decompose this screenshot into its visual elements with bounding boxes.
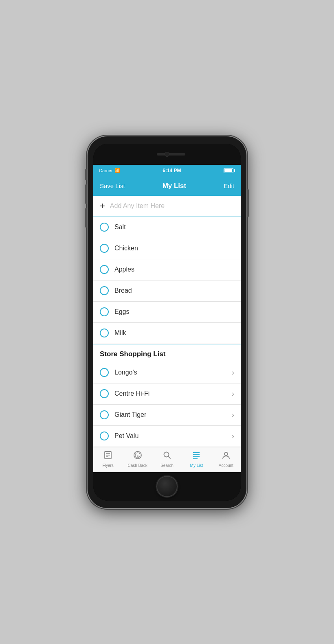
item-checkbox-apples[interactable] bbox=[100, 265, 109, 274]
item-label-milk: Milk bbox=[114, 329, 126, 337]
shopping-list: Salt Chicken Apples Bread Eggs bbox=[93, 217, 241, 344]
store-left-centrehifi: Centre Hi-Fi bbox=[100, 389, 149, 398]
store-item-centrehifi[interactable]: Centre Hi-Fi › bbox=[93, 383, 241, 405]
tab-search[interactable]: Search bbox=[152, 451, 182, 468]
list-item: Eggs bbox=[93, 302, 241, 323]
item-label-eggs: Eggs bbox=[114, 308, 129, 315]
tab-cashback[interactable]: $ Cash Back bbox=[123, 451, 152, 468]
add-item-row[interactable]: + Add Any Item Here bbox=[93, 196, 241, 217]
store-section-header: Store Shopping List bbox=[93, 344, 241, 362]
store-label-gianttiger: Giant Tiger bbox=[114, 411, 146, 418]
list-item: Chicken bbox=[93, 238, 241, 259]
save-list-button[interactable]: Save List bbox=[100, 182, 125, 189]
account-icon bbox=[222, 451, 231, 462]
item-checkbox-eggs[interactable] bbox=[100, 307, 109, 316]
home-button[interactable] bbox=[156, 476, 178, 497]
tab-bar: Flyers $ Cash Back bbox=[93, 447, 241, 472]
navigation-bar: Save List My List Edit bbox=[93, 176, 241, 196]
store-label-longos: Longo's bbox=[114, 369, 137, 376]
search-icon bbox=[163, 451, 171, 462]
store-left-petvalu: Pet Valu bbox=[100, 432, 138, 440]
item-checkbox-bread[interactable] bbox=[100, 286, 109, 295]
svg-line-8 bbox=[168, 456, 170, 458]
store-label-centrehifi: Centre Hi-Fi bbox=[114, 390, 149, 397]
list-item: Bread bbox=[93, 280, 241, 302]
mute-button[interactable] bbox=[85, 169, 87, 180]
item-checkbox-chicken[interactable] bbox=[100, 244, 109, 253]
carrier-label: Carrier bbox=[99, 168, 113, 173]
add-icon: + bbox=[100, 201, 105, 211]
tab-search-label: Search bbox=[160, 463, 174, 468]
top-bezel bbox=[93, 144, 241, 165]
store-label-petvalu: Pet Valu bbox=[114, 432, 138, 440]
mylist-icon bbox=[192, 451, 201, 462]
store-left-gianttiger: Giant Tiger bbox=[100, 410, 146, 419]
cashback-icon: $ bbox=[133, 451, 142, 462]
item-label-bread: Bread bbox=[114, 287, 132, 294]
store-checkbox-petvalu[interactable] bbox=[100, 432, 109, 440]
chevron-icon-petvalu: › bbox=[232, 432, 234, 440]
status-bar: Carrier 📶 6:14 PM bbox=[93, 165, 241, 176]
phone-screen: Carrier 📶 6:14 PM Save List My List Edit bbox=[93, 144, 241, 501]
bottom-bezel bbox=[93, 472, 241, 501]
store-item-gianttiger[interactable]: Giant Tiger › bbox=[93, 405, 241, 426]
app-screen: Carrier 📶 6:14 PM Save List My List Edit bbox=[93, 165, 241, 472]
edit-button[interactable]: Edit bbox=[224, 182, 234, 189]
store-checkbox-centrehifi[interactable] bbox=[100, 389, 109, 398]
store-left-longos: Longo's bbox=[100, 368, 137, 377]
tab-flyers-label: Flyers bbox=[103, 463, 114, 468]
item-checkbox-milk[interactable] bbox=[100, 329, 109, 337]
chevron-icon-centrehifi: › bbox=[232, 390, 234, 398]
item-label-chicken: Chicken bbox=[114, 245, 138, 252]
item-label-apples: Apples bbox=[114, 266, 134, 273]
tab-cashback-label: Cash Back bbox=[127, 463, 147, 468]
battery-fill bbox=[224, 169, 232, 172]
item-label-salt: Salt bbox=[114, 223, 126, 231]
tab-mylist-label: My List bbox=[190, 463, 203, 468]
store-checkbox-gianttiger[interactable] bbox=[100, 410, 109, 419]
store-item-longos[interactable]: Longo's › bbox=[93, 362, 241, 383]
flyers-icon bbox=[103, 451, 112, 462]
store-list: Longo's › Centre Hi-Fi › Giant Tiger bbox=[93, 362, 241, 447]
list-item: Salt bbox=[93, 217, 241, 238]
tab-flyers[interactable]: Flyers bbox=[93, 451, 123, 468]
battery-indicator bbox=[224, 168, 235, 173]
wifi-icon: 📶 bbox=[114, 168, 120, 173]
volume-up-button[interactable] bbox=[85, 184, 87, 204]
chevron-icon-longos: › bbox=[232, 368, 234, 377]
power-button[interactable] bbox=[247, 189, 249, 217]
battery-tip bbox=[234, 169, 235, 172]
svg-text:$: $ bbox=[136, 454, 138, 458]
time-display: 6:14 PM bbox=[163, 168, 181, 173]
tab-account[interactable]: Account bbox=[211, 451, 241, 468]
volume-down-button[interactable] bbox=[85, 208, 87, 228]
carrier-info: Carrier 📶 bbox=[99, 168, 120, 173]
chevron-icon-gianttiger: › bbox=[232, 411, 234, 419]
speaker bbox=[157, 153, 185, 156]
list-item: Milk bbox=[93, 323, 241, 344]
tab-account-label: Account bbox=[219, 463, 233, 468]
tab-mylist[interactable]: My List bbox=[182, 451, 211, 468]
item-checkbox-salt[interactable] bbox=[100, 223, 109, 232]
phone-frame: Carrier 📶 6:14 PM Save List My List Edit bbox=[88, 136, 246, 508]
list-item: Apples bbox=[93, 259, 241, 280]
add-item-placeholder: Add Any Item Here bbox=[110, 202, 165, 210]
store-section-title: Store Shopping List bbox=[100, 350, 166, 358]
store-checkbox-longos[interactable] bbox=[100, 368, 109, 377]
nav-title: My List bbox=[163, 182, 187, 190]
front-camera bbox=[165, 152, 169, 157]
battery-body bbox=[224, 168, 233, 173]
store-item-petvalu[interactable]: Pet Valu › bbox=[93, 426, 241, 447]
svg-point-13 bbox=[224, 452, 228, 456]
